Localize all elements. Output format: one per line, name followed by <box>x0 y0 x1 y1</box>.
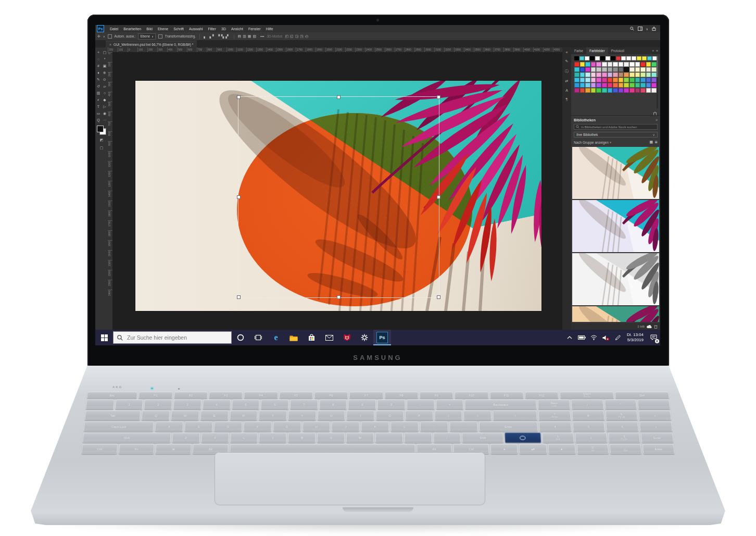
key-F2[interactable]: F2 <box>174 392 208 398</box>
dist-icons[interactable]: ▤ <box>238 34 242 38</box>
key-Insert[interactable]: InsertPrt Sc <box>560 392 614 398</box>
key-F6[interactable]: F6 <box>314 392 348 398</box>
swatch[interactable] <box>574 72 579 77</box>
swatch[interactable] <box>646 62 651 67</box>
eraser-tool[interactable]: ▱ <box>102 83 108 90</box>
swatch[interactable] <box>596 72 601 77</box>
hand-tool[interactable]: ◉ <box>102 110 108 117</box>
swatch[interactable] <box>613 88 618 93</box>
3d-mode-icons[interactable]: ◰◱◲◳◴ <box>285 34 310 39</box>
key-1[interactable]: 1 <box>115 400 144 409</box>
zoom-tool[interactable]: Q <box>95 117 102 123</box>
key-G[interactable]: G <box>273 421 301 431</box>
swatch[interactable] <box>632 56 636 60</box>
dist-icons[interactable]: ▥ <box>243 34 246 38</box>
collapse-icon[interactable]: « <box>566 51 568 54</box>
handle-br[interactable] <box>437 295 440 299</box>
key-\[interactable]: \ <box>493 410 537 420</box>
swatch[interactable] <box>635 67 640 72</box>
move-tool[interactable]: + <box>95 49 102 56</box>
key-/[interactable]: / <box>571 400 603 409</box>
swatch[interactable] <box>602 88 607 93</box>
library-thumbnail[interactable] <box>572 200 659 252</box>
key-,[interactable]: , <box>375 432 403 442</box>
swatch[interactable] <box>608 67 613 72</box>
distribute-icons[interactable]: ▤▥▦▧ <box>238 34 258 39</box>
search-input[interactable] <box>126 334 217 341</box>
swatch[interactable] <box>611 56 615 60</box>
swatch[interactable] <box>642 56 647 60</box>
mcafee-button[interactable] <box>338 330 356 345</box>
key-Num[interactable]: NumLock <box>538 400 570 409</box>
key-C[interactable]: C <box>230 432 258 442</box>
swatch[interactable] <box>574 56 579 60</box>
collapse-icon[interactable]: « <box>652 49 654 53</box>
key-7[interactable]: 7 <box>290 400 318 409</box>
swatch[interactable] <box>613 78 618 82</box>
transform-checkbox[interactable] <box>158 34 162 39</box>
swatch[interactable] <box>580 78 585 82</box>
group-label[interactable]: Nach Gruppe anzeigen <box>574 141 609 144</box>
swatch[interactable] <box>637 56 641 60</box>
settings-button[interactable] <box>356 330 373 345</box>
key-▴▾[interactable]: ▴▾ <box>519 444 547 454</box>
swatch[interactable] <box>629 88 635 93</box>
swatch[interactable] <box>596 83 601 88</box>
swatch[interactable] <box>624 78 629 82</box>
key-I[interactable]: I <box>347 410 374 420</box>
menu-3d[interactable]: 3D <box>219 27 229 31</box>
swatch[interactable] <box>624 72 629 77</box>
pen-tool[interactable]: ◆ <box>102 96 108 103</box>
swatch[interactable] <box>608 83 613 88</box>
key-F9[interactable]: F9 <box>420 392 453 398</box>
key-Shift[interactable]: Shift <box>82 432 171 442</box>
align-icons[interactable]: ▗ <box>208 34 211 38</box>
key-Shift[interactable]: Shift <box>462 432 504 442</box>
swatch[interactable] <box>619 67 624 72</box>
align-icons[interactable]: ▝ <box>217 34 219 38</box>
swatch[interactable] <box>629 72 635 77</box>
key-9[interactable]: 9 <box>348 400 376 409</box>
swatch[interactable] <box>574 67 579 72</box>
swatch[interactable] <box>647 56 652 60</box>
tab-farbe[interactable]: Farbe <box>571 47 586 54</box>
swatch[interactable] <box>590 56 595 60</box>
paragraph-icon[interactable]: ¶ <box>566 97 568 101</box>
key-Ctrl[interactable]: Ctrl <box>81 444 118 454</box>
swatch[interactable] <box>585 78 590 82</box>
key-Q[interactable]: Q <box>142 410 170 420</box>
key-Enter[interactable]: Enter <box>641 432 673 442</box>
key-J[interactable]: J <box>332 421 360 431</box>
key-S[interactable]: S <box>184 421 213 431</box>
swatch[interactable] <box>651 67 657 72</box>
swatch[interactable] <box>651 78 657 82</box>
swatch[interactable] <box>591 62 596 67</box>
edge-button[interactable]: e <box>267 330 285 345</box>
key-*[interactable]: * <box>604 400 637 409</box>
key-Z[interactable]: Z <box>172 432 200 442</box>
swatch[interactable] <box>640 67 646 72</box>
taskbar-search[interactable] <box>113 331 232 344</box>
swatch[interactable] <box>580 72 585 77</box>
magic-wand-tool[interactable]: * <box>102 56 108 63</box>
align-icons[interactable]: ▖ <box>204 34 206 38</box>
swatch[interactable] <box>574 83 579 88</box>
type-tool[interactable]: T <box>95 103 102 110</box>
crop-tool[interactable]: # <box>95 63 102 69</box>
key-/[interactable]: / <box>433 432 461 442</box>
swatch[interactable] <box>608 88 613 93</box>
key-B[interactable]: B <box>288 432 316 442</box>
key-X[interactable]: X <box>201 432 229 442</box>
tray-clock[interactable]: Di. 13:04 5/3/2019 <box>624 332 647 343</box>
key-][interactable]: ] <box>463 410 492 420</box>
swatch[interactable] <box>635 62 640 67</box>
path-select-tool[interactable]: ▷ <box>102 103 108 110</box>
swatch[interactable] <box>619 88 624 93</box>
key-1[interactable]: 1End <box>542 432 574 442</box>
align-icons[interactable]: ▞ <box>225 34 228 38</box>
brush-tool[interactable]: ✎ <box>95 76 102 83</box>
align-icons[interactable]: ▚ <box>221 34 224 38</box>
key-8[interactable]: 8 <box>572 410 604 420</box>
swatch[interactable] <box>619 78 624 82</box>
swatch[interactable] <box>608 62 613 67</box>
